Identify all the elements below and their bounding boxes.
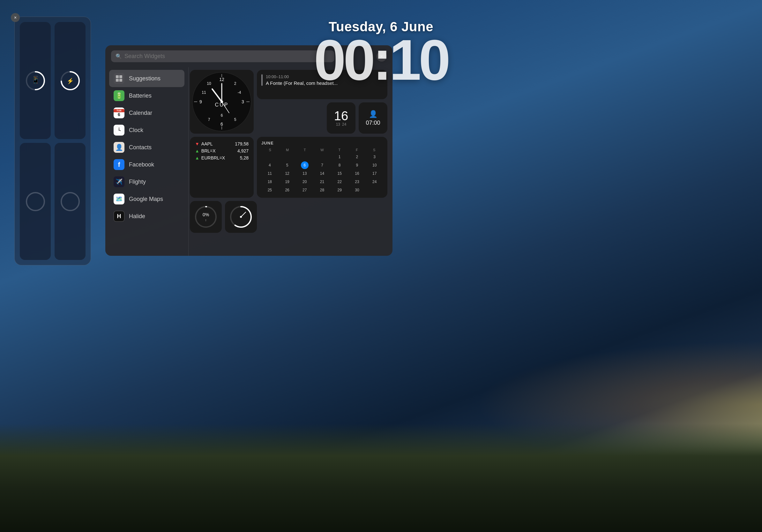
cal-day-21: 21 [318,178,326,186]
day-sub1: 13 [336,122,340,127]
stock-arrow-aapl: ▼ [195,141,199,146]
cal-day-s2: S [366,148,383,152]
stock-value-aapl: 179,58 [235,141,249,146]
speedometer-widget [225,201,257,233]
svg-text:6: 6 [220,121,223,127]
cal-day-m: M [278,148,296,152]
cal-day-29: 29 [336,186,343,194]
cal-day-15: 15 [336,170,343,177]
speed-ring-svg: ⚡ [59,70,81,92]
svg-line-39 [241,212,246,217]
svg-point-40 [240,216,242,218]
clock-icon [114,125,124,136]
battery-ring-svg: 0% ↑ [193,204,219,230]
sidebar-label-halide: Halide [129,213,145,220]
stock-arrow-brl: ▲ [195,148,199,154]
sidebar-item-suggestions[interactable]: Suggestions [109,70,185,87]
cal-day-27: 27 [301,186,309,194]
cal-day-14: 14 [318,170,326,177]
sidebar-item-contacts[interactable]: 👤 Contacts [109,139,185,156]
small-widget-panel: × 📱 ⚡ [14,17,91,265]
sidebar: Suggestions 🔋 Batteries TUE 6 Calendar [105,67,188,256]
svg-text:9: 9 [199,99,202,104]
googlemaps-icon: 🗺️ [114,194,124,204]
sidebar-item-googlemaps[interactable]: 🗺️ Google Maps [109,190,185,208]
sidebar-item-calendar[interactable]: TUE 6 Calendar [109,104,185,121]
cal-day-9: 9 [353,162,361,169]
cal-day-23: 23 [353,178,361,186]
mini-widget-speed: ⚡ [54,22,86,139]
stock-ticker-brl: BRL=X [201,148,216,154]
cal-day-18: 18 [266,178,273,186]
search-input[interactable] [124,53,330,60]
cal-day-w: W [313,148,331,152]
cal-day-16: 16 [353,170,361,177]
svg-text:5: 5 [234,117,236,122]
day-sub: 13 24 [336,122,346,127]
suggestions-grid-icon [116,75,122,82]
svg-text:📱: 📱 [31,76,40,84]
cal-day-25: 25 [266,186,273,194]
sidebar-item-halide[interactable]: H Halide [109,208,185,225]
cal-day-6-today: 6 [301,162,309,169]
day-widget: 16 13 24 [327,102,355,134]
svg-text:0%: 0% [203,212,209,217]
sq4 [119,79,122,82]
close-small-panel-button[interactable]: × [11,13,20,22]
cal-day-f: F [348,148,365,152]
sidebar-item-flighty[interactable]: ✈️ Flighty [109,173,185,190]
stock-ticker-eur: EURBRL=X [201,155,225,161]
svg-text:↑: ↑ [205,219,207,222]
suggestions-icon [114,73,124,84]
time-display: 00:10 [314,31,448,89]
svg-text:6: 6 [221,113,223,118]
stock-name-brl: ▲ BRL=X [195,148,216,154]
cal-day-s1: S [261,148,278,152]
panel-body: Suggestions 🔋 Batteries TUE 6 Calendar [105,67,393,256]
sidebar-item-clock[interactable]: Clock [109,121,185,139]
svg-text:3: 3 [242,99,244,104]
svg-point-7 [61,193,79,211]
battery-widget: 0% ↑ [190,201,222,233]
day-number: 16 [334,109,348,122]
flighty-icon: ✈️ [114,176,124,187]
facebook-icon: f [114,159,124,170]
sidebar-item-facebook[interactable]: f Facebook [109,156,185,173]
close-small-icon: × [14,15,17,20]
analog-clock-svg: 12 3 6 9 2 -4 10 11 7 5 6 CUP [191,71,252,132]
mini-widget-ring3 [20,143,51,260]
svg-point-6 [27,193,44,211]
day-sub2: 24 [342,122,346,127]
search-input-wrapper[interactable]: 🔍 [111,50,335,62]
widget-area: 12 3 6 9 2 -4 10 11 7 5 6 CUP [189,67,393,256]
svg-point-32 [220,100,223,103]
svg-text:11: 11 [202,90,206,95]
cal-day-26: 26 [283,186,291,194]
stock-name-aapl: ▼ AAPL [195,141,213,146]
sidebar-label-suggestions: Suggestions [129,75,161,82]
mini-widget-ring4 [54,143,86,260]
clock-icon-svg [114,126,123,135]
cal-day-3: 3 [371,153,378,161]
svg-text:10: 10 [207,81,211,86]
datetime-overlay: Tuesday, 6 June 00:10 [314,19,448,89]
sidebar-item-batteries[interactable]: 🔋 Batteries [109,87,185,104]
sidebar-label-googlemaps: Google Maps [129,196,163,203]
alarm-time: 07:00 [366,120,380,126]
halide-icon: H [114,211,124,222]
speedometer-svg [228,204,254,230]
stock-value-brl: 4,927 [237,148,249,154]
contacts-icon: 👤 [114,142,124,153]
sidebar-label-clock: Clock [129,127,143,134]
calendar-grid: 1 2 3 4 5 6 7 8 9 10 11 12 13 [261,153,383,194]
event-bar [261,74,263,86]
cal-day-4: 4 [266,162,273,169]
cal-day-t2: T [331,148,348,152]
svg-text:⚡: ⚡ [67,78,74,85]
batteries-icon: 🔋 [114,90,124,101]
stock-ticker-aapl: AAPL [201,141,213,146]
cal-day-22: 22 [336,178,343,186]
cal-day-2: 2 [353,153,361,161]
stock-name-eur: ▲ EURBRL=X [195,155,225,161]
stocks-widget: ▼ AAPL 179,58 ▲ BRL=X 4,927 [190,137,254,198]
